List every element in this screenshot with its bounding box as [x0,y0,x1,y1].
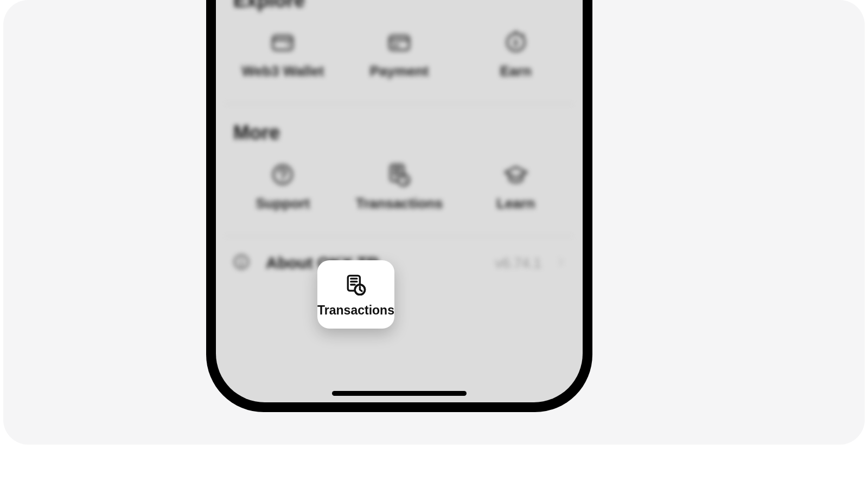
highlight-transactions[interactable]: Transactions [317,260,394,329]
about-version: v6.74.1 [495,255,541,272]
transactions-icon [343,272,369,298]
tile-label: Web3 Wallet [241,63,324,80]
learn-icon [502,160,530,189]
chevron-right-icon [556,256,567,270]
tile-web3-wallet[interactable]: Web3 Wallet [240,24,325,84]
phone-frame: Rewards and perks Rewards Referrals Affi… [206,0,592,412]
tile-transactions[interactable]: Transactions [357,156,442,216]
tile-label: Transactions [356,195,443,212]
tile-label: Support [256,195,310,212]
grid-more: Support Transactions Learn [216,149,583,233]
card-icon [385,28,413,56]
highlight-label: Transactions [317,303,394,318]
tile-learn[interactable]: Learn [474,156,558,216]
divider [226,236,573,236]
phone-screen: Rewards and perks Rewards Referrals Affi… [216,0,583,402]
tile-support[interactable]: Support [240,156,325,216]
help-icon [269,160,297,189]
app-content: Rewards and perks Rewards Referrals Affi… [216,0,583,299]
divider [226,104,573,104]
tile-label: Payment [370,63,429,80]
tile-earn[interactable]: Earn [474,24,558,84]
stage-panel: Rewards and perks Rewards Referrals Affi… [3,0,865,445]
grid-explore: Web3 Wallet Payment Earn [216,16,583,100]
section-title-more: More [216,112,583,149]
tile-label: Learn [496,195,535,212]
tile-label: Earn [500,63,532,80]
earn-icon [502,28,530,56]
transactions-icon [385,160,413,189]
section-title-explore: Explore [216,0,583,16]
wallet-icon [269,28,297,56]
home-indicator [332,391,467,396]
about-row[interactable]: About OKX TR v6.74.1 [216,244,583,278]
tile-payment[interactable]: Payment [357,24,442,84]
info-icon [231,252,252,274]
